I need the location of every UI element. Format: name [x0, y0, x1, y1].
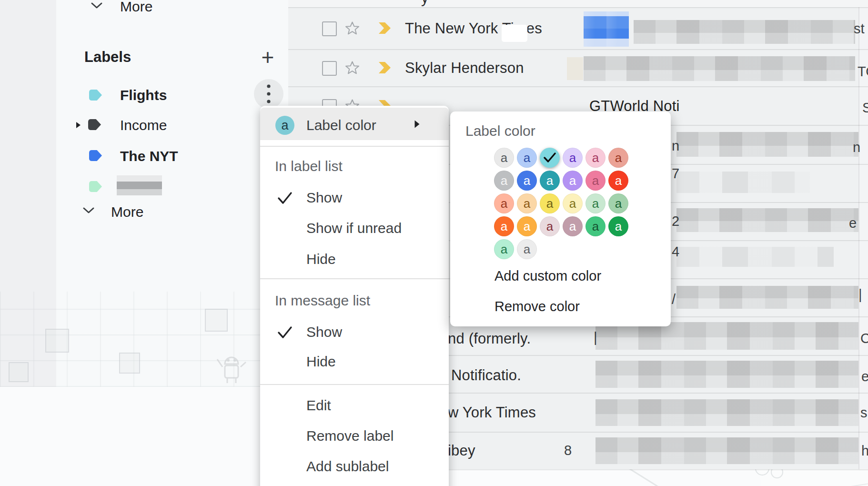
color-swatch[interactable]: a [585, 148, 606, 168]
menu-divider [260, 146, 449, 147]
label-tag-icon [87, 118, 102, 131]
submenu-arrow-icon [414, 120, 420, 129]
menu-item-remove-label[interactable]: Remove label [306, 428, 394, 444]
sender-fragment[interactable]: ibey [448, 442, 475, 459]
star-icon[interactable] [345, 61, 360, 75]
check-icon [544, 152, 556, 163]
date-fragment: 7 [672, 166, 679, 182]
sender-fragment[interactable]: Notificatio. [451, 367, 521, 384]
menu-item-hide-message-list[interactable]: Hide [306, 354, 336, 370]
edge-fragment: s [860, 405, 868, 421]
star-icon[interactable] [345, 21, 360, 35]
color-swatch[interactable]: a [540, 171, 560, 191]
edge-fragment: C [860, 331, 868, 346]
expander-triangle-icon[interactable] [76, 122, 81, 129]
row-checkbox[interactable] [322, 61, 337, 76]
row-checkbox[interactable] [322, 21, 337, 36]
submenu-title: Label color [465, 123, 535, 139]
menu-item-edit[interactable]: Edit [306, 397, 331, 414]
color-swatch[interactable]: a [608, 148, 628, 168]
subject-start-fragment: 8 [564, 443, 572, 458]
sender-name[interactable]: Skylar Henderson [405, 60, 524, 77]
importance-marker-icon[interactable] [378, 61, 392, 74]
redacted-chip [502, 25, 527, 42]
label-color-a-icon: a [275, 116, 294, 135]
color-swatch[interactable]: a [494, 148, 514, 168]
color-swatch[interactable]: a [517, 148, 537, 168]
add-label-button[interactable]: + [257, 46, 278, 69]
color-swatch[interactable]: a [494, 193, 514, 213]
date-fragment: / [672, 292, 676, 307]
color-swatch[interactable]: a [608, 171, 628, 191]
color-swatch[interactable]: a [585, 171, 606, 191]
color-swatch[interactable]: a [608, 193, 628, 213]
menu-divider [260, 384, 449, 385]
redacted-text [634, 20, 855, 44]
color-swatch[interactable]: a [585, 193, 606, 213]
label-tag-icon [88, 149, 103, 162]
menu-section-header: In message list [275, 293, 370, 309]
mail-list-partial-row [288, 0, 868, 7]
color-swatch[interactable]: a [563, 148, 583, 168]
sidebar-item-more-top[interactable]: More [120, 0, 152, 15]
edge-fragment: e [849, 215, 857, 231]
label-options-button[interactable] [254, 79, 283, 109]
edge-fragment: TO [858, 64, 868, 80]
color-swatch-selected[interactable] [540, 148, 560, 168]
date-fragment: 2 [672, 213, 679, 229]
date-fragment: n [672, 138, 679, 154]
menu-item-show[interactable]: Show [306, 190, 342, 206]
sidebar-item-flights[interactable]: Flights [120, 87, 167, 103]
circuit-pad [9, 362, 29, 382]
color-swatch[interactable]: a [585, 216, 606, 236]
color-swatch[interactable]: a [494, 171, 514, 191]
remove-color-button[interactable]: Remove color [495, 299, 580, 314]
edge-fragment: | [858, 287, 862, 303]
redacted-label-name[interactable] [117, 175, 162, 195]
redacted-text [676, 247, 834, 267]
color-swatch[interactable]: a [563, 171, 583, 191]
chevron-down-icon[interactable] [82, 207, 95, 214]
menu-item-label-color[interactable]: a Label color [260, 108, 449, 140]
sender-fragment[interactable]: nd (formerly. [448, 330, 531, 347]
label-tag-icon [88, 89, 103, 101]
color-swatch[interactable]: a [517, 171, 537, 191]
menu-item-show-message-list[interactable]: Show [306, 324, 342, 340]
color-swatch[interactable]: a [563, 193, 583, 213]
color-swatch[interactable]: a [540, 193, 560, 213]
color-swatch[interactable]: a [494, 216, 514, 236]
edge-fragment: n [853, 140, 860, 155]
sidebar-item-more-bottom[interactable]: More [111, 204, 143, 220]
color-swatch[interactable]: a [517, 216, 537, 236]
menu-item-add-sublabel[interactable]: Add sublabel [306, 458, 389, 475]
redacted-text [676, 208, 858, 232]
sidebar-item-the-nyt[interactable]: The NYT [120, 148, 178, 164]
date-fragment: 4 [672, 244, 679, 260]
android-robot-watermark [214, 350, 249, 386]
color-swatch[interactable]: a [563, 216, 583, 236]
menu-item-hide[interactable]: Hide [306, 251, 336, 267]
color-swatch[interactable]: a [517, 239, 537, 259]
color-swatch[interactable]: a [494, 239, 514, 259]
edge-fragment: st [854, 21, 865, 37]
partial-sender-fragment: y [421, 0, 429, 7]
check-icon [277, 326, 293, 339]
circuit-pad [205, 309, 228, 332]
check-icon [277, 192, 293, 204]
label-color-submenu: Label color a a a a a a a a a a a a a a … [450, 111, 671, 326]
gmail-screenshot: y The New York Times Skylar Henderson GT… [0, 0, 868, 486]
redacted-text [584, 56, 855, 81]
redacted-text [595, 361, 858, 388]
importance-marker-icon[interactable] [378, 21, 392, 35]
add-custom-color-button[interactable]: Add custom color [495, 268, 601, 284]
sender-fragment[interactable]: w York Times [448, 404, 536, 421]
redacted-text [595, 399, 858, 426]
menu-divider [260, 278, 449, 279]
sidebar-item-income[interactable]: Income [120, 117, 167, 133]
color-swatch[interactable]: a [540, 216, 560, 236]
redacted-text [676, 172, 810, 193]
color-swatch[interactable]: a [608, 216, 628, 236]
menu-item-show-if-unread[interactable]: Show if unread [306, 220, 402, 236]
chevron-down-icon[interactable] [91, 2, 103, 10]
color-swatch[interactable]: a [517, 193, 537, 213]
